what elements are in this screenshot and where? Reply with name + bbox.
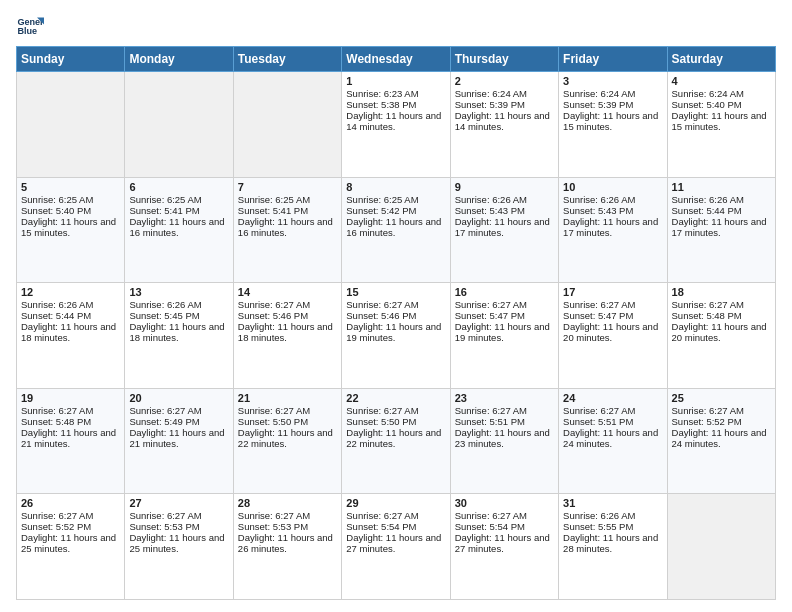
sunrise-info: Sunrise: 6:25 AM [238, 194, 310, 205]
calendar-cell: 18Sunrise: 6:27 AMSunset: 5:48 PMDayligh… [667, 283, 775, 389]
calendar-cell: 29Sunrise: 6:27 AMSunset: 5:54 PMDayligh… [342, 494, 450, 600]
sunrise-info: Sunrise: 6:27 AM [238, 299, 310, 310]
day-header-friday: Friday [559, 47, 667, 72]
calendar-cell: 21Sunrise: 6:27 AMSunset: 5:50 PMDayligh… [233, 388, 341, 494]
sunrise-info: Sunrise: 6:25 AM [21, 194, 93, 205]
sunset-info: Sunset: 5:50 PM [238, 416, 308, 427]
sunset-info: Sunset: 5:47 PM [455, 310, 525, 321]
sunrise-info: Sunrise: 6:24 AM [672, 88, 744, 99]
calendar-cell: 8Sunrise: 6:25 AMSunset: 5:42 PMDaylight… [342, 177, 450, 283]
daylight-info: Daylight: 11 hours and 15 minutes. [563, 110, 658, 132]
sunset-info: Sunset: 5:45 PM [129, 310, 199, 321]
sunrise-info: Sunrise: 6:26 AM [563, 510, 635, 521]
daylight-info: Daylight: 11 hours and 19 minutes. [455, 321, 550, 343]
sunrise-info: Sunrise: 6:27 AM [129, 510, 201, 521]
daylight-info: Daylight: 11 hours and 26 minutes. [238, 532, 333, 554]
sunset-info: Sunset: 5:49 PM [129, 416, 199, 427]
sunrise-info: Sunrise: 6:27 AM [238, 405, 310, 416]
calendar-cell: 20Sunrise: 6:27 AMSunset: 5:49 PMDayligh… [125, 388, 233, 494]
daylight-info: Daylight: 11 hours and 24 minutes. [672, 427, 767, 449]
day-number: 12 [21, 286, 120, 298]
calendar-cell [125, 72, 233, 178]
calendar-cell: 11Sunrise: 6:26 AMSunset: 5:44 PMDayligh… [667, 177, 775, 283]
calendar-cell: 12Sunrise: 6:26 AMSunset: 5:44 PMDayligh… [17, 283, 125, 389]
sunset-info: Sunset: 5:39 PM [563, 99, 633, 110]
day-number: 10 [563, 181, 662, 193]
sunrise-info: Sunrise: 6:26 AM [672, 194, 744, 205]
calendar-week-2: 5Sunrise: 6:25 AMSunset: 5:40 PMDaylight… [17, 177, 776, 283]
day-number: 21 [238, 392, 337, 404]
calendar-cell: 13Sunrise: 6:26 AMSunset: 5:45 PMDayligh… [125, 283, 233, 389]
day-header-tuesday: Tuesday [233, 47, 341, 72]
calendar-cell: 28Sunrise: 6:27 AMSunset: 5:53 PMDayligh… [233, 494, 341, 600]
sunrise-info: Sunrise: 6:23 AM [346, 88, 418, 99]
day-number: 22 [346, 392, 445, 404]
daylight-info: Daylight: 11 hours and 20 minutes. [563, 321, 658, 343]
day-number: 13 [129, 286, 228, 298]
calendar-cell: 22Sunrise: 6:27 AMSunset: 5:50 PMDayligh… [342, 388, 450, 494]
sunset-info: Sunset: 5:47 PM [563, 310, 633, 321]
daylight-info: Daylight: 11 hours and 24 minutes. [563, 427, 658, 449]
day-number: 20 [129, 392, 228, 404]
day-number: 19 [21, 392, 120, 404]
day-number: 27 [129, 497, 228, 509]
calendar-week-4: 19Sunrise: 6:27 AMSunset: 5:48 PMDayligh… [17, 388, 776, 494]
logo: General Blue [16, 12, 44, 40]
day-number: 23 [455, 392, 554, 404]
sunset-info: Sunset: 5:51 PM [563, 416, 633, 427]
calendar-cell: 15Sunrise: 6:27 AMSunset: 5:46 PMDayligh… [342, 283, 450, 389]
calendar-header-row: SundayMondayTuesdayWednesdayThursdayFrid… [17, 47, 776, 72]
sunset-info: Sunset: 5:48 PM [672, 310, 742, 321]
day-number: 25 [672, 392, 771, 404]
daylight-info: Daylight: 11 hours and 19 minutes. [346, 321, 441, 343]
sunrise-info: Sunrise: 6:26 AM [563, 194, 635, 205]
sunset-info: Sunset: 5:46 PM [238, 310, 308, 321]
day-number: 4 [672, 75, 771, 87]
day-number: 29 [346, 497, 445, 509]
day-number: 31 [563, 497, 662, 509]
sunset-info: Sunset: 5:51 PM [455, 416, 525, 427]
calendar-cell: 7Sunrise: 6:25 AMSunset: 5:41 PMDaylight… [233, 177, 341, 283]
day-number: 30 [455, 497, 554, 509]
day-number: 9 [455, 181, 554, 193]
calendar-cell: 26Sunrise: 6:27 AMSunset: 5:52 PMDayligh… [17, 494, 125, 600]
daylight-info: Daylight: 11 hours and 28 minutes. [563, 532, 658, 554]
day-number: 1 [346, 75, 445, 87]
sunset-info: Sunset: 5:53 PM [238, 521, 308, 532]
sunset-info: Sunset: 5:42 PM [346, 205, 416, 216]
sunrise-info: Sunrise: 6:27 AM [563, 405, 635, 416]
daylight-info: Daylight: 11 hours and 17 minutes. [455, 216, 550, 238]
calendar-week-3: 12Sunrise: 6:26 AMSunset: 5:44 PMDayligh… [17, 283, 776, 389]
calendar-cell: 1Sunrise: 6:23 AMSunset: 5:38 PMDaylight… [342, 72, 450, 178]
daylight-info: Daylight: 11 hours and 27 minutes. [346, 532, 441, 554]
calendar-cell: 19Sunrise: 6:27 AMSunset: 5:48 PMDayligh… [17, 388, 125, 494]
daylight-info: Daylight: 11 hours and 17 minutes. [563, 216, 658, 238]
day-number: 8 [346, 181, 445, 193]
sunrise-info: Sunrise: 6:27 AM [672, 299, 744, 310]
sunset-info: Sunset: 5:43 PM [563, 205, 633, 216]
daylight-info: Daylight: 11 hours and 21 minutes. [21, 427, 116, 449]
sunrise-info: Sunrise: 6:27 AM [346, 299, 418, 310]
daylight-info: Daylight: 11 hours and 16 minutes. [129, 216, 224, 238]
sunrise-info: Sunrise: 6:27 AM [672, 405, 744, 416]
calendar-week-1: 1Sunrise: 6:23 AMSunset: 5:38 PMDaylight… [17, 72, 776, 178]
daylight-info: Daylight: 11 hours and 18 minutes. [238, 321, 333, 343]
calendar-cell: 31Sunrise: 6:26 AMSunset: 5:55 PMDayligh… [559, 494, 667, 600]
daylight-info: Daylight: 11 hours and 21 minutes. [129, 427, 224, 449]
day-header-wednesday: Wednesday [342, 47, 450, 72]
daylight-info: Daylight: 11 hours and 15 minutes. [21, 216, 116, 238]
daylight-info: Daylight: 11 hours and 23 minutes. [455, 427, 550, 449]
daylight-info: Daylight: 11 hours and 20 minutes. [672, 321, 767, 343]
sunset-info: Sunset: 5:39 PM [455, 99, 525, 110]
daylight-info: Daylight: 11 hours and 22 minutes. [346, 427, 441, 449]
sunrise-info: Sunrise: 6:24 AM [455, 88, 527, 99]
day-number: 17 [563, 286, 662, 298]
calendar-cell [233, 72, 341, 178]
daylight-info: Daylight: 11 hours and 18 minutes. [21, 321, 116, 343]
sunrise-info: Sunrise: 6:27 AM [455, 405, 527, 416]
calendar-cell: 3Sunrise: 6:24 AMSunset: 5:39 PMDaylight… [559, 72, 667, 178]
sunrise-info: Sunrise: 6:26 AM [21, 299, 93, 310]
calendar-cell: 4Sunrise: 6:24 AMSunset: 5:40 PMDaylight… [667, 72, 775, 178]
daylight-info: Daylight: 11 hours and 18 minutes. [129, 321, 224, 343]
calendar-cell: 24Sunrise: 6:27 AMSunset: 5:51 PMDayligh… [559, 388, 667, 494]
